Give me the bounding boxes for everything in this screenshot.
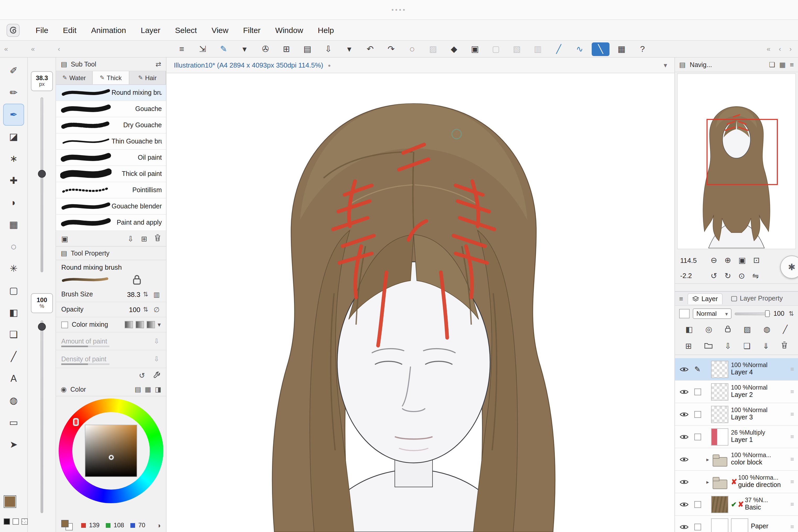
layer-drag-handle[interactable]: ≡ [788, 411, 796, 418]
menu-item[interactable]: Select [168, 26, 204, 35]
add-subtool-icon[interactable]: ⊞ [141, 234, 147, 243]
layer-thumbnail[interactable] [711, 496, 728, 513]
collapse-slider-column-icon[interactable]: « [31, 45, 35, 53]
layer-visibility-icon[interactable] [677, 501, 691, 507]
layer-expand-icon[interactable]: ▸ [704, 456, 711, 462]
new-layer-icon[interactable]: ⊞ [685, 341, 692, 350]
color-mixing-caret[interactable]: ▾ [158, 321, 161, 328]
navigator-menu-icon[interactable]: ≡ [790, 61, 794, 69]
layer-row[interactable]: ✎ ▸ ✔ ✘ 100 %Norma... guide direction ≡ [675, 471, 798, 493]
sv-marker[interactable] [109, 455, 114, 460]
figure-tool-icon[interactable]: ▢ [3, 280, 24, 302]
delete-subtool-icon[interactable] [154, 234, 161, 243]
rotate-left-icon[interactable]: ↺ [710, 271, 717, 280]
collapse-subtool-panel-icon[interactable]: ‹ [58, 45, 60, 53]
opacity-slider-knob[interactable] [38, 323, 45, 331]
tab-layer-property[interactable]: Layer Property [727, 293, 787, 304]
menu-item[interactable]: Window [268, 26, 310, 35]
selection-tool-icon[interactable]: ◌ [3, 235, 24, 258]
scroll-left-icon[interactable]: ‹ [779, 45, 781, 53]
ruler-tool-icon[interactable]: ╱ [3, 346, 24, 367]
layer-select-checkbox[interactable] [694, 524, 701, 530]
color-wheel[interactable] [59, 398, 164, 503]
rotate-right-icon[interactable]: ↻ [724, 271, 731, 280]
foreground-color-chip[interactable] [4, 495, 16, 508]
sub-color-chip[interactable] [13, 518, 19, 525]
menu-item[interactable]: Help [310, 26, 341, 35]
draw-color-chip[interactable] [4, 518, 10, 525]
color-slider-icon[interactable]: ▦ [145, 385, 151, 393]
layer-visibility-icon[interactable] [677, 411, 691, 417]
brush-tool-icon[interactable]: ✒ [3, 104, 24, 126]
color-mixing-mode-2-icon[interactable] [136, 321, 144, 328]
snap-to-special-ruler-icon[interactable]: ∿ [571, 42, 589, 56]
tool-settings-wrench-icon[interactable] [153, 371, 161, 380]
menu-item[interactable]: Layer [133, 26, 168, 35]
blend-tool-icon[interactable]: ◗ [3, 192, 24, 214]
blend-mode-select[interactable]: Normal ▾ [693, 308, 732, 319]
document-list-caret-icon[interactable]: ▾ [664, 61, 667, 69]
reset-rotation-icon[interactable]: ⊙ [738, 271, 745, 280]
rotate-value[interactable]: -2.2 [680, 272, 703, 280]
layer-row[interactable]: ✎ ▸ ✔ ✘ 37 %N... Basic ≡ [675, 493, 798, 516]
collapse-right-panel-icon[interactable]: « [766, 45, 770, 53]
menu-item[interactable]: Edit [56, 26, 84, 35]
zoom-tool-icon[interactable]: ⇲ [194, 42, 211, 56]
navigator-tile-icon[interactable]: ▦ [779, 61, 786, 69]
layer-thumbnail[interactable] [711, 473, 728, 490]
undo-icon[interactable]: ↶ [361, 42, 379, 56]
density-of-paint-bar[interactable] [61, 363, 110, 365]
density-of-paint-slider-icon[interactable]: ⇩ [152, 355, 161, 363]
fill-selection-icon[interactable]: ▥ [529, 42, 547, 56]
subtool-tab[interactable]: ✎ Hair [129, 71, 166, 84]
layer-row[interactable]: ✎ ▸ ✔ ✘ Paper ≡ [675, 516, 798, 532]
layer-thumbnail[interactable] [711, 451, 728, 468]
layer-drag-handle[interactable]: ≡ [788, 456, 796, 463]
new-canvas-icon[interactable]: ⊞ [278, 42, 295, 56]
brush-size-stepper[interactable]: ⇅ [143, 291, 148, 298]
new-folder-icon[interactable] [704, 341, 712, 350]
layer-select-checkbox[interactable] [694, 411, 701, 418]
save-export-caret-icon[interactable]: ▾ [340, 42, 358, 56]
color-mixing-mode-3-icon[interactable] [147, 321, 155, 328]
brush-size-slider[interactable] [40, 97, 43, 272]
selection-launcher-icon[interactable]: ▢ [487, 42, 505, 56]
opacity-slider[interactable] [40, 321, 43, 513]
snap-to-grid-icon[interactable]: ╲ [592, 42, 609, 56]
fit-to-screen-icon[interactable]: ▣ [738, 255, 746, 265]
layer-visibility-icon[interactable] [677, 456, 691, 462]
operation-tool-icon[interactable]: ➤ [3, 434, 24, 456]
layer-visibility-icon[interactable] [677, 524, 691, 530]
redo-icon[interactable]: ↷ [382, 42, 400, 56]
layer-palette-color-chip[interactable] [679, 309, 690, 318]
layer-thumbnail[interactable] [711, 518, 728, 532]
lock-transparent-pixels-icon[interactable]: ▨ [743, 325, 751, 334]
layer-thumbnail[interactable] [711, 428, 728, 445]
layer-select-checkbox[interactable] [694, 388, 701, 395]
crop-icon[interactable]: ▣ [466, 42, 484, 56]
eraser-tool-icon[interactable]: ◪ [3, 126, 24, 148]
layer-row[interactable]: ✎ ▸ ✔ ✘ 26 %Multiply Layer 1 ≡ [675, 426, 798, 448]
gradient-tool-icon[interactable]: ◧ [3, 302, 24, 324]
layer-visibility-icon[interactable] [677, 434, 691, 440]
frame-border-tool-icon[interactable]: ❏ [3, 324, 24, 346]
enable-mask-icon[interactable]: ◍ [763, 325, 770, 334]
pen-tool-icon[interactable]: ✐ [3, 60, 24, 82]
color-mixing-checkbox[interactable] [61, 321, 68, 328]
brush-size-indicator[interactable]: 38.3 px [31, 71, 53, 91]
brush-size-field[interactable]: 38.3 [118, 290, 140, 298]
layer-visibility-icon[interactable] [677, 479, 691, 484]
duplicate-layer-icon[interactable]: ❏ [743, 341, 750, 350]
layer-panel-menu-icon[interactable]: ≡ [679, 294, 683, 302]
reset-tool-icon[interactable]: ↺ [139, 371, 145, 380]
layer-thumbnail[interactable] [711, 405, 728, 423]
airbrush-tool-icon[interactable]: ∗ [3, 148, 24, 170]
layer-select-checkbox[interactable] [694, 433, 701, 440]
grid-view-icon[interactable]: ▦ [613, 42, 630, 56]
layer-extra-thumbnail[interactable] [731, 518, 748, 532]
layer-drag-handle[interactable]: ≡ [788, 365, 796, 373]
snap-to-ruler-icon[interactable]: ╱ [550, 42, 568, 56]
brush-row[interactable]: Thick oil paint [56, 166, 166, 182]
navigator-popout-icon[interactable]: ❏ [769, 61, 775, 69]
deselect-icon[interactable]: ◌ [403, 42, 421, 56]
